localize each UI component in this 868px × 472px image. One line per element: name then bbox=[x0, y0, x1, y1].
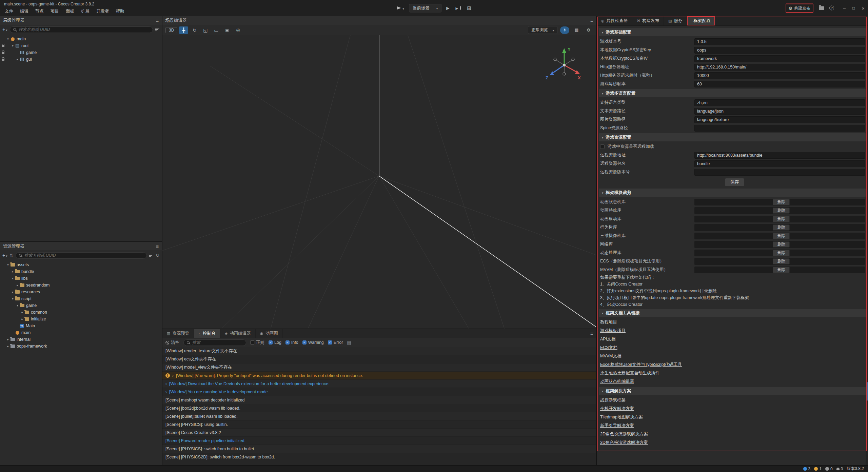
log-filter-checkbox[interactable]: Warning bbox=[302, 340, 324, 345]
inspector-tab[interactable]: 构建发布 bbox=[632, 16, 664, 25]
rect-tool[interactable] bbox=[212, 26, 221, 34]
console-search[interactable] bbox=[183, 339, 246, 346]
log-row[interactable]: [Window] render_texture文件夹不存在 bbox=[162, 347, 596, 355]
log-expand-icon[interactable] bbox=[165, 381, 167, 386]
log-row[interactable]: [Window] You are running Vue in developm… bbox=[162, 388, 596, 396]
section-header-basic[interactable]: 游戏基础配置 bbox=[599, 28, 866, 36]
view-mode-dropdown[interactable]: 正常浏览 bbox=[528, 26, 557, 34]
field-input[interactable] bbox=[694, 55, 865, 62]
solution-link[interactable]: 战旗游戏框架 bbox=[599, 396, 626, 405]
menu-item[interactable]: 项目 bbox=[47, 7, 62, 15]
section-header-modules[interactable]: 框架模块裁剪 bbox=[599, 189, 866, 197]
save-button[interactable]: 保存 bbox=[725, 178, 744, 186]
console-menu-icon[interactable] bbox=[590, 331, 593, 336]
scene-light-toggle[interactable] bbox=[560, 26, 569, 34]
log-row[interactable]: [Scene] [PHYSICS2D]: switch from box2d-w… bbox=[162, 453, 596, 461]
doc-link[interactable]: 教程项目 bbox=[599, 318, 617, 327]
anchor-tool[interactable] bbox=[233, 26, 242, 34]
console-tab[interactable]: 控制台 bbox=[194, 329, 220, 338]
expand-arrow-icon[interactable] bbox=[6, 263, 10, 267]
refresh-icon[interactable] bbox=[156, 253, 159, 258]
assets-filter-icon[interactable] bbox=[149, 254, 153, 257]
clear-console-button[interactable]: 清空 bbox=[165, 340, 179, 346]
field-input[interactable] bbox=[694, 108, 865, 115]
step-button[interactable] bbox=[454, 5, 462, 11]
field-input[interactable] bbox=[694, 47, 865, 54]
tree-row[interactable]: gui bbox=[0, 56, 162, 63]
error-count[interactable]: 0 bbox=[825, 467, 833, 471]
section-header-resource[interactable]: 游戏资源配置 bbox=[599, 133, 866, 141]
solution-link[interactable]: 全栈开发解决方案 bbox=[599, 405, 634, 413]
tree-row[interactable]: main bbox=[0, 329, 162, 336]
move-tool[interactable] bbox=[179, 26, 188, 34]
tree-row[interactable]: initialize bbox=[0, 316, 162, 322]
tree-row[interactable]: internal bbox=[0, 336, 162, 343]
doc-link[interactable]: ECS文档 bbox=[599, 343, 617, 352]
minimize-button[interactable] bbox=[843, 6, 846, 11]
tree-row[interactable]: Main bbox=[0, 322, 162, 329]
notification-count[interactable]: 0 bbox=[836, 467, 843, 471]
log-expand-icon[interactable] bbox=[172, 373, 174, 378]
tree-row[interactable]: root bbox=[0, 42, 162, 49]
hierarchy-menu-icon[interactable] bbox=[156, 18, 159, 23]
expand-arrow-icon[interactable] bbox=[20, 311, 24, 314]
tree-row[interactable]: script bbox=[0, 295, 162, 302]
remote-load-checkbox[interactable] bbox=[600, 144, 605, 149]
module-delete-button[interactable]: 删除 bbox=[773, 208, 790, 214]
field-input[interactable] bbox=[694, 116, 865, 123]
module-delete-button[interactable]: 删除 bbox=[773, 241, 790, 248]
expand-arrow-icon[interactable] bbox=[20, 317, 24, 321]
scene-grid-toggle[interactable] bbox=[572, 26, 581, 34]
warning-count[interactable]: 1 bbox=[814, 467, 822, 471]
hierarchy-search-input[interactable] bbox=[18, 27, 150, 32]
expand-arrow-icon[interactable] bbox=[11, 290, 15, 294]
log-filter-checkbox[interactable]: Error bbox=[328, 340, 343, 345]
scene-viewport[interactable]: Y X Z bbox=[162, 35, 596, 329]
module-delete-button[interactable]: 删除 bbox=[773, 250, 790, 256]
menu-item[interactable]: 扩展 bbox=[78, 7, 93, 15]
message-count[interactable]: 3 bbox=[803, 467, 811, 471]
field-input[interactable] bbox=[694, 169, 865, 176]
log-row[interactable]: [Scene] Cocos Creator v3.8.2 bbox=[162, 429, 596, 437]
scene-selector-dropdown[interactable]: 当前场景 bbox=[409, 4, 442, 12]
doc-link[interactable]: MVVM文档 bbox=[599, 352, 622, 360]
log-row[interactable]: [Window] [Vue warn]: Property "onInput" … bbox=[162, 372, 596, 380]
menu-item[interactable]: 节点 bbox=[32, 7, 47, 15]
log-row[interactable]: [Scene] Forward render pipeline initiali… bbox=[162, 437, 596, 445]
expand-arrow-icon[interactable] bbox=[11, 44, 15, 47]
layout-button[interactable] bbox=[466, 4, 473, 12]
add-asset-button[interactable] bbox=[2, 253, 7, 258]
export-log-icon[interactable] bbox=[347, 340, 351, 345]
inspector-tab[interactable]: 服务 bbox=[664, 16, 687, 25]
field-input[interactable] bbox=[694, 160, 865, 167]
log-row[interactable]: [Scene] [box2d]:box2d wasm lib loaded. bbox=[162, 404, 596, 412]
tree-row[interactable]: oops-framework bbox=[0, 343, 162, 350]
menu-item[interactable]: 编辑 bbox=[17, 7, 32, 15]
log-row[interactable]: [Scene] [PHYSICS]: using builtin. bbox=[162, 420, 596, 429]
module-delete-button[interactable]: 删除 bbox=[773, 199, 790, 205]
console-tab[interactable]: 资源预览 bbox=[162, 329, 194, 338]
doc-link[interactable]: 游戏模板项目 bbox=[599, 327, 626, 335]
doc-link[interactable]: 原生包热更新配置自动生成插件 bbox=[599, 369, 659, 377]
menu-item[interactable]: 开发者 bbox=[93, 7, 113, 15]
field-input[interactable] bbox=[694, 64, 865, 71]
log-filter-checkbox[interactable]: Info bbox=[285, 340, 298, 345]
log-row[interactable]: [Scene] [PHYSICS]: switch from builtin t… bbox=[162, 445, 596, 453]
section-header-language[interactable]: 游戏多语言配置 bbox=[599, 89, 866, 97]
console-tab[interactable]: 动画图 bbox=[256, 329, 283, 338]
doc-link[interactable]: Excel格式转Json文件与TypeScript代码工具 bbox=[599, 360, 682, 369]
module-delete-button[interactable]: 删除 bbox=[773, 267, 790, 273]
assets-menu-icon[interactable] bbox=[156, 244, 159, 249]
expand-arrow-icon[interactable] bbox=[6, 345, 10, 348]
maximize-button[interactable] bbox=[852, 6, 855, 11]
expand-arrow-icon[interactable] bbox=[15, 58, 20, 61]
doc-link[interactable]: API文档 bbox=[599, 335, 615, 343]
expand-arrow-icon[interactable] bbox=[6, 338, 10, 341]
menu-item[interactable]: 帮助 bbox=[113, 7, 128, 15]
transform-gizmo-tool[interactable] bbox=[222, 26, 232, 34]
tree-row[interactable]: common bbox=[0, 309, 162, 316]
tree-row[interactable]: game bbox=[0, 49, 162, 56]
hierarchy-search[interactable] bbox=[10, 26, 153, 33]
assets-search-input[interactable] bbox=[24, 253, 143, 258]
assets-search[interactable] bbox=[16, 252, 147, 259]
